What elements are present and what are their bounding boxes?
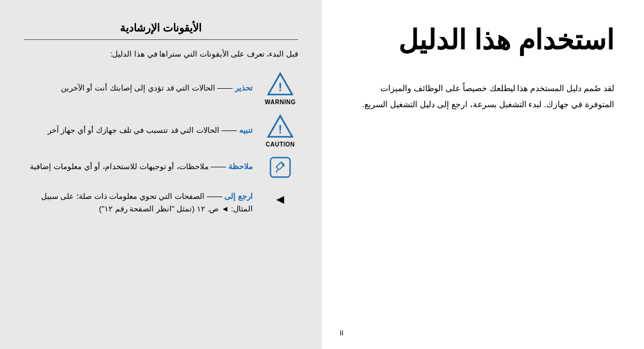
arrow-text: ارجع إلى —— الصفحات التي تحوي معلومات ذا… [24,191,253,216]
arrow-dash: —— [205,192,222,201]
warning-caption: WARNING [265,99,296,105]
warning-dash: —— [215,83,233,92]
caution-label: تنبيه [239,126,253,135]
caution-icon: ! [267,114,293,140]
warning-icon: ! [267,71,293,98]
warning-icon-container: ! WARNING [262,71,298,105]
note-row: ملاحظة —— ملاحظات، أو توجيهات للاستخدام،… [24,156,298,179]
page-number: ii [340,328,343,337]
arrow-icon: ◄ [262,192,298,207]
main-body-text: لقد صُمم دليل المستخدم هذا ليطلعك خصيصاً… [352,80,614,112]
caution-dash: —— [219,126,237,135]
warning-description: الحالات التي قد تؤدي إلى إصابتك أنت أو ا… [61,83,215,92]
svg-line-7 [276,172,277,173]
note-icon-container [262,156,298,179]
warning-text: تحذير —— الحالات التي قد تؤدي إلى إصابتك… [24,82,253,95]
svg-text:!: ! [278,80,282,94]
svg-text:!: ! [278,123,282,136]
note-dash: —— [209,162,227,171]
right-panel: استخدام هذا الدليل لقد صُمم دليل المستخد… [322,0,644,349]
svg-rect-5 [276,161,284,169]
arrow-label: ارجع إلى [224,192,253,201]
note-label: ملاحظة [228,162,253,171]
warning-row: ! WARNING تحذير —— الحالات التي قد تؤدي … [24,71,298,105]
arrow-icon-container: ◄ [262,191,298,207]
note-description: ملاحظات، أو توجيهات للاستخدام، أو أي معل… [30,162,208,171]
left-panel-title: الأيقونات الإرشادية [24,21,298,35]
warning-label: تحذير [235,83,253,92]
caution-row: ! CAUTION تنبيه —— الحالات التي قد تتسبب… [24,114,298,148]
intro-text: قبل البدء، تعرف على الأيقونات التي ستراه… [24,48,298,61]
page-title: استخدام هذا الدليل [352,24,614,57]
divider [24,39,298,40]
svg-rect-4 [271,157,290,177]
caution-description: الحالات التي قد تتسبب في تلف جهازك أو أي… [48,126,219,135]
arrow-row: ◄ ارجع إلى —— الصفحات التي تحوي معلومات … [24,191,298,216]
note-icon [269,156,292,179]
caution-text: تنبيه —— الحالات التي قد تتسبب في تلف جه… [24,124,253,137]
svg-line-6 [276,169,278,171]
caution-icon-container: ! CAUTION [262,114,298,148]
left-panel: الأيقونات الإرشادية قبل البدء، تعرف على … [0,0,322,349]
note-text: ملاحظة —— ملاحظات، أو توجيهات للاستخدام،… [24,161,253,173]
caution-caption: CAUTION [265,141,295,148]
